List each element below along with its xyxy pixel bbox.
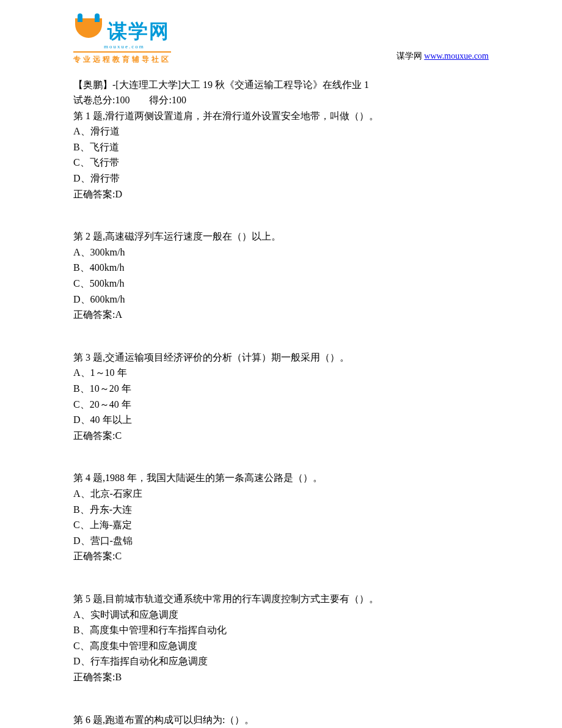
question-option: A、实时调试和应急调度 (73, 607, 489, 623)
logo-tagline: 专业远程教育辅导社区 (73, 51, 171, 65)
question-option: B、10～20 年 (73, 381, 489, 397)
site-logo: 谋学网 mouxue.com 专业远程教育辅导社区 (73, 18, 171, 65)
site-link-label: 谋学网 (396, 51, 425, 61)
question-option: D、600km/h (73, 292, 489, 307)
question-option: B、丹东-大连 (73, 502, 489, 518)
question-option: C、上海-嘉定 (73, 517, 489, 533)
site-link[interactable]: www.mouxue.com (424, 51, 489, 61)
question-stem: 第 3 题,交通运输项目经济评价的分析（计算）期一般采用（）。 (73, 350, 489, 366)
question-answer: 正确答案:A (73, 307, 489, 323)
question-block: 第 4 题,1988 年，我国大陆诞生的第一条高速公路是（）。A、北京-石家庄B… (73, 470, 489, 564)
site-link-wrap: 谋学网 www.mouxue.com (396, 50, 489, 65)
book-icon (73, 18, 104, 44)
question-block: 第 2 题,高速磁浮列车运行速度一般在（）以上。A、300km/hB、400km… (73, 229, 489, 323)
question-option: C、飞行带 (73, 155, 489, 171)
question-option: D、营口-盘锦 (73, 533, 489, 549)
question-option: C、500km/h (73, 276, 489, 292)
question-option: B、400km/h (73, 260, 489, 276)
question-option: D、滑行带 (73, 171, 489, 186)
question-block: 第 6 题,跑道布置的构成可以归纳为:（）。A、单条跑道B、多条平行跑道C、开口… (73, 712, 489, 729)
question-option: B、高度集中管理和行车指挥自动化 (73, 622, 489, 638)
question-block: 第 3 题,交通运输项目经济评价的分析（计算）期一般采用（）。A、1～10 年B… (73, 350, 489, 444)
question-stem: 第 1 题,滑行道两侧设置道肩，并在滑行道外设置安全地带，叫做（）。 (73, 108, 489, 124)
question-option: A、北京-石家庄 (73, 486, 489, 502)
score-line: 试卷总分:100 得分:100 (73, 92, 489, 108)
logo-top: 谋学网 (73, 18, 170, 44)
logo-chinese-text: 谋学网 (108, 21, 170, 41)
exam-title: 【奥鹏】-[大连理工大学]大工 19 秋《交通运输工程导论》在线作业 1 (73, 77, 489, 93)
question-option: C、20～40 年 (73, 397, 489, 413)
question-stem: 第 6 题,跑道布置的构成可以归纳为:（）。 (73, 712, 489, 728)
page-header: 谋学网 mouxue.com 专业远程教育辅导社区 谋学网 www.mouxue… (73, 18, 489, 65)
question-answer: 正确答案:C (73, 428, 489, 444)
document-content: 【奥鹏】-[大连理工大学]大工 19 秋《交通运输工程导论》在线作业 1 试卷总… (73, 77, 489, 729)
question-block: 第 5 题,目前城市轨道交通系统中常用的行车调度控制方式主要有（）。A、实时调试… (73, 591, 489, 685)
question-block: 第 1 题,滑行道两侧设置道肩，并在滑行道外设置安全地带，叫做（）。A、滑行道B… (73, 108, 489, 202)
question-option: A、滑行道 (73, 123, 489, 139)
question-option: D、40 年以上 (73, 412, 489, 428)
logo-english-text: mouxue.com (104, 43, 145, 51)
question-option: B、飞行道 (73, 139, 489, 155)
question-stem: 第 2 题,高速磁浮列车运行速度一般在（）以上。 (73, 229, 489, 245)
question-stem: 第 5 题,目前城市轨道交通系统中常用的行车调度控制方式主要有（）。 (73, 591, 489, 607)
question-answer: 正确答案:D (73, 186, 489, 202)
question-option: A、300km/h (73, 245, 489, 260)
question-option: D、行车指挥自动化和应急调度 (73, 653, 489, 669)
question-stem: 第 4 题,1988 年，我国大陆诞生的第一条高速公路是（）。 (73, 470, 489, 486)
question-answer: 正确答案:C (73, 548, 489, 564)
question-answer: 正确答案:B (73, 669, 489, 685)
question-option: C、高度集中管理和应急调度 (73, 638, 489, 654)
question-option: A、1～10 年 (73, 365, 489, 381)
